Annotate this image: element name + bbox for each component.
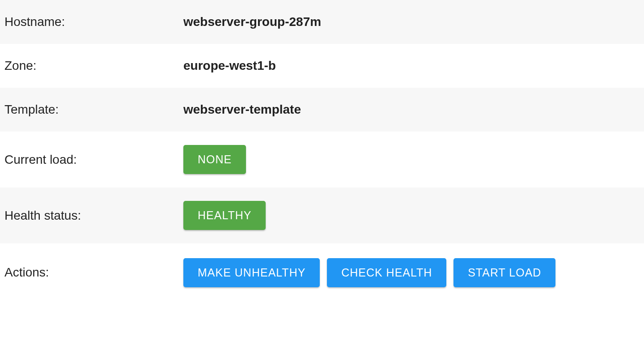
template-label: Template: bbox=[4, 102, 183, 117]
hostname-value: webserver-group-287m bbox=[183, 15, 321, 29]
template-value-cell: webserver-template bbox=[183, 102, 640, 117]
zone-value-cell: europe-west1-b bbox=[183, 59, 640, 73]
row-hostname: Hostname: webserver-group-287m bbox=[0, 0, 644, 44]
row-current-load: Current load: NONE bbox=[0, 132, 644, 187]
make-unhealthy-button[interactable]: MAKE UNHEALTHY bbox=[183, 258, 320, 287]
row-template: Template: webserver-template bbox=[0, 88, 644, 132]
zone-label: Zone: bbox=[4, 59, 183, 73]
health-status-label: Health status: bbox=[4, 208, 183, 223]
health-status-badge: HEALTHY bbox=[183, 201, 266, 230]
check-health-button[interactable]: CHECK HEALTH bbox=[327, 258, 446, 287]
row-health-status: Health status: HEALTHY bbox=[0, 187, 644, 243]
actions-label: Actions: bbox=[4, 265, 183, 280]
current-load-label: Current load: bbox=[4, 153, 183, 167]
hostname-value-cell: webserver-group-287m bbox=[183, 15, 640, 29]
current-load-badge: NONE bbox=[183, 145, 246, 174]
actions-cell: MAKE UNHEALTHY CHECK HEALTH START LOAD bbox=[183, 258, 640, 287]
start-load-button[interactable]: START LOAD bbox=[453, 258, 555, 287]
template-value: webserver-template bbox=[183, 102, 301, 116]
row-zone: Zone: europe-west1-b bbox=[0, 44, 644, 88]
current-load-value-cell: NONE bbox=[183, 145, 640, 174]
hostname-label: Hostname: bbox=[4, 15, 183, 29]
health-status-value-cell: HEALTHY bbox=[183, 201, 640, 230]
zone-value: europe-west1-b bbox=[183, 59, 276, 72]
row-actions: Actions: MAKE UNHEALTHY CHECK HEALTH STA… bbox=[0, 243, 644, 302]
